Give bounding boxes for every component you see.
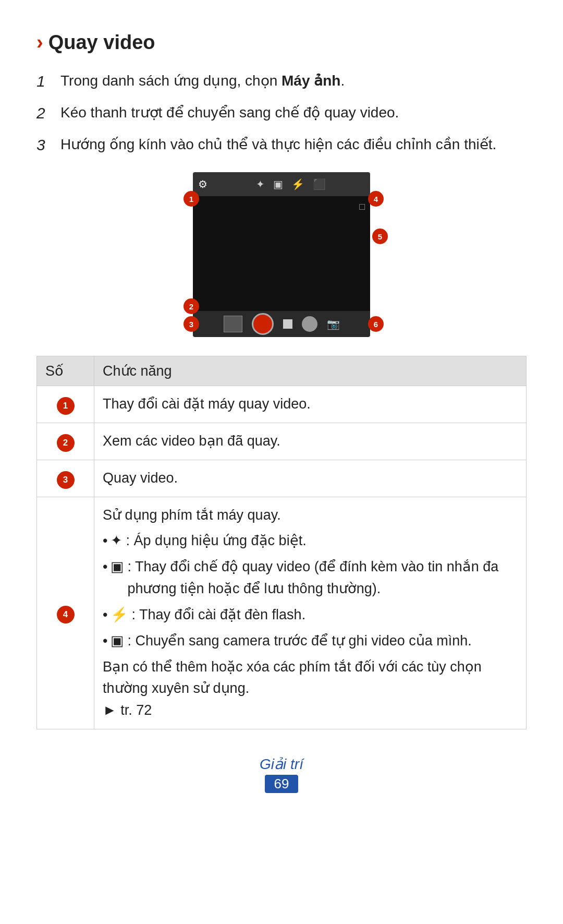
- bullet-item-2: ▣ : Thay đổi chế độ quay video (để đính …: [103, 556, 518, 600]
- step-text-2: Kéo thanh trượt để chuyển sang chế độ qu…: [60, 101, 399, 125]
- title-text: Quay video: [48, 31, 155, 54]
- callout-2: 2: [183, 298, 199, 314]
- bullet-text-2: : Thay đổi chế độ quay video (để đính kè…: [127, 556, 518, 600]
- col-header-func: Chức năng: [94, 356, 527, 386]
- row4-func: Sử dụng phím tắt máy quay. ✦ : Áp dụng h…: [94, 497, 527, 729]
- table-row-4: 4 Sử dụng phím tắt máy quay. ✦ : Áp dụng…: [37, 497, 527, 729]
- sparkle-icon: ✦: [256, 178, 265, 190]
- thumb-preview: [224, 316, 242, 332]
- row4-ref: ► tr. 72: [103, 702, 152, 718]
- callout-4: 4: [368, 191, 384, 207]
- step-num-3: 3: [36, 133, 51, 157]
- row4-num: 4: [37, 497, 94, 729]
- bullet-icon-2: ▣: [111, 556, 124, 600]
- callout-5: 5: [372, 229, 388, 244]
- row4-bullets: ✦ : Áp dụng hiệu ứng đặc biệt. ▣ : Thay …: [103, 530, 518, 652]
- camera-mockup: ⚙ ✦ ▣ ⚡ ⬛ □: [193, 172, 370, 337]
- bullet-text-1: : Áp dụng hiệu ứng đặc biệt.: [126, 530, 306, 552]
- section-title: › Quay video: [36, 31, 527, 54]
- bullet-item-1: ✦ : Áp dụng hiệu ứng đặc biệt.: [103, 530, 518, 552]
- bullet-item-4: ▣ : Chuyển sang camera trước để tự ghi v…: [103, 630, 518, 652]
- record-button: [252, 313, 274, 335]
- steps-list: 1 Trong danh sách ứng dụng, chọn Máy ảnh…: [36, 69, 527, 157]
- row1-func: Thay đổi cài đặt máy quay video.: [94, 386, 527, 423]
- footer-label: Giải trí: [36, 755, 527, 773]
- bullet-text-4: : Chuyển sang camera trước để tự ghi vid…: [127, 630, 471, 652]
- bullet-icon-3: ⚡: [111, 604, 128, 626]
- callout-3: 3: [183, 316, 199, 332]
- table-row-3: 3 Quay video.: [37, 460, 527, 497]
- step-text-1: Trong danh sách ứng dụng, chọn Máy ảnh.: [60, 69, 345, 93]
- step-2: 2 Kéo thanh trượt để chuyển sang chế độ …: [36, 101, 527, 125]
- gear-icon: ⚙: [198, 178, 207, 190]
- stop-button: [283, 319, 292, 329]
- table-row-2: 2 Xem các video bạn đã quay.: [37, 423, 527, 460]
- callout-6: 6: [368, 316, 384, 332]
- chevron-icon: ›: [36, 31, 43, 54]
- photo-icon: 📷: [327, 318, 340, 330]
- badge-3: 3: [57, 471, 75, 489]
- table-row-1: 1 Thay đổi cài đặt máy quay video.: [37, 386, 527, 423]
- step-1: 1 Trong danh sách ứng dụng, chọn Máy ảnh…: [36, 69, 527, 93]
- row4-intro: Sử dụng phím tắt máy quay.: [103, 507, 281, 523]
- step-num-1: 1: [36, 69, 51, 93]
- badge-4: 4: [57, 606, 75, 623]
- video-mode-icon: ▣: [273, 178, 283, 190]
- bullet-icon-1: ✦: [111, 530, 123, 552]
- function-table: Số Chức năng 1 Thay đổi cài đặt máy quay…: [36, 356, 527, 729]
- row2-func: Xem các video bạn đã quay.: [94, 423, 527, 460]
- footer: Giải trí 69: [36, 755, 527, 793]
- col-header-num: Số: [37, 356, 94, 386]
- row4-extra: Bạn có thể thêm hoặc xóa các phím tắt đố…: [103, 659, 482, 697]
- bullet-item-3: ⚡ : Thay đổi cài đặt đèn flash.: [103, 604, 518, 626]
- diagram-wrapper: 1 4 5 2 3 6 ⚙ ✦ ▣ ⚡ ⬛: [172, 172, 391, 337]
- flash-icon: ⚡: [291, 178, 304, 190]
- callout-1: 1: [183, 191, 199, 207]
- step-3: 3 Hướng ống kính vào chủ thể và thực hiệ…: [36, 133, 527, 157]
- camera-body: □: [193, 196, 370, 311]
- row2-num: 2: [37, 423, 94, 460]
- row3-func: Quay video.: [94, 460, 527, 497]
- front-camera-icon: ⬛: [313, 178, 326, 190]
- row1-num: 1: [37, 386, 94, 423]
- bullet-icon-4: ▣: [111, 630, 124, 652]
- camera-bottombar: 📷: [193, 311, 370, 337]
- bullet-text-3: : Thay đổi cài đặt đèn flash.: [131, 604, 305, 626]
- badge-2: 2: [57, 434, 75, 452]
- mode-circle: [302, 316, 317, 332]
- step-text-3: Hướng ống kính vào chủ thể và thực hiện …: [60, 133, 496, 157]
- screen-icon: □: [359, 201, 365, 212]
- camera-topbar: ⚙ ✦ ▣ ⚡ ⬛: [193, 172, 370, 196]
- badge-1: 1: [57, 397, 75, 415]
- camera-diagram: 1 4 5 2 3 6 ⚙ ✦ ▣ ⚡ ⬛: [36, 172, 527, 337]
- row3-num: 3: [37, 460, 94, 497]
- footer-page: 69: [265, 775, 299, 793]
- step-num-2: 2: [36, 101, 51, 125]
- topbar-icons: ✦ ▣ ⚡ ⬛: [217, 178, 365, 190]
